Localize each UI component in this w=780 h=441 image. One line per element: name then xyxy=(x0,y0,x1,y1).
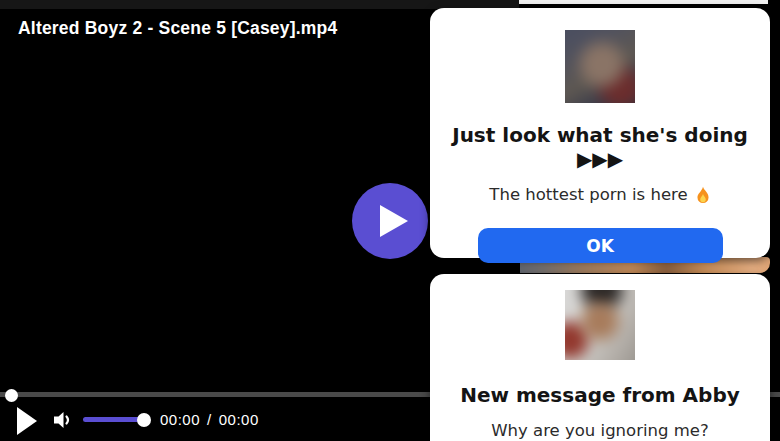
speaker-icon xyxy=(50,408,74,432)
popup-heading: Just look what she's doing ▶▶▶ xyxy=(440,123,760,171)
popup-subtext: Why are you ignoring me? xyxy=(440,421,760,441)
volume-slider[interactable] xyxy=(83,417,140,422)
big-play-button[interactable] xyxy=(352,183,428,259)
current-time: 00:00 xyxy=(160,411,200,428)
volume-button[interactable] xyxy=(50,408,74,436)
blurred-thumbnail-image xyxy=(565,290,635,360)
fire-emoji-icon xyxy=(695,186,711,205)
play-icon xyxy=(380,205,408,237)
video-player-page: Altered Boyz 2 - Scene 5 [Casey].mp4 00:… xyxy=(0,0,780,441)
ad-panel-top-edge xyxy=(519,0,768,4)
popup-subtext: The hottest porn is here xyxy=(440,185,760,205)
popup-subtext-text: Why are you ignoring me? xyxy=(491,421,708,441)
popup-ad-2: New message from Abby Why are you ignori… xyxy=(430,274,770,441)
time-separator: / xyxy=(207,411,212,428)
play-button[interactable] xyxy=(17,407,37,439)
popup-ad-1: Just look what she's doing ▶▶▶ The hotte… xyxy=(430,8,770,258)
popup-thumbnail[interactable] xyxy=(565,290,635,360)
video-title: Altered Boyz 2 - Scene 5 [Casey].mp4 xyxy=(18,18,337,39)
ok-button[interactable]: OK xyxy=(478,228,723,263)
popup-heading: New message from Abby xyxy=(440,383,760,407)
popup-thumbnail[interactable] xyxy=(565,30,635,103)
time-display: 00:00 / 00:00 xyxy=(160,411,259,428)
popup-subtext-text: The hottest porn is here xyxy=(489,185,687,205)
blurred-thumbnail-image xyxy=(565,30,635,103)
volume-knob[interactable] xyxy=(137,413,151,427)
play-icon xyxy=(17,407,37,435)
seek-knob[interactable] xyxy=(5,389,18,402)
duration: 00:00 xyxy=(219,411,259,428)
